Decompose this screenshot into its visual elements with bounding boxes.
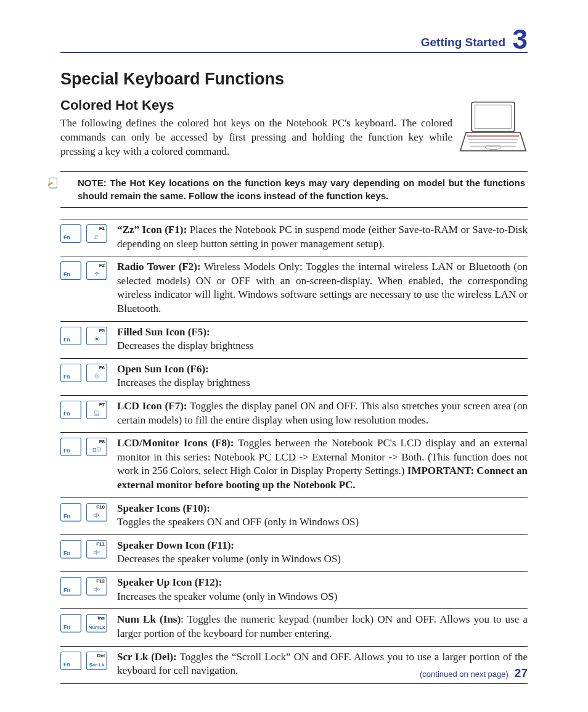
key-combo: F8 [60, 436, 117, 456]
hotkey-description: Num Lk (Ins): Toggles the numeric keypad… [117, 613, 528, 640]
fn-key-icon [60, 261, 81, 280]
svg-point-18 [96, 375, 98, 377]
svg-point-6 [485, 145, 501, 150]
svg-rect-27 [95, 411, 99, 414]
hotkey-table: F1Z²“Zz” Icon (F1): Places the Notebook … [60, 219, 528, 684]
hotkey-description: Open Sun Icon (F6):Increases the display… [117, 362, 528, 390]
function-key-icon: F6 [86, 364, 107, 382]
svg-line-17 [95, 340, 96, 341]
hotkey-description: Speaker Up Icon (F12):Increases the spea… [117, 576, 528, 604]
laptop-illustration-icon [459, 100, 528, 154]
svg-line-26 [95, 377, 96, 378]
function-key-icon: F10 [86, 503, 107, 522]
key-combo: F10 [60, 502, 117, 522]
fn-key-icon [60, 614, 81, 632]
fn-key-icon [60, 577, 81, 595]
page-footer: (continued on next page) 27 [420, 667, 528, 679]
fn-key-icon [60, 438, 81, 456]
page-title: Special Keyboard Functions [60, 69, 528, 89]
hotkey-row: F11Speaker Down Icon (F11):Decreases the… [60, 535, 528, 572]
hotkey-description: Speaker Down Icon (F11):Decreases the sp… [117, 539, 528, 567]
function-key-icon: F2 [86, 261, 107, 280]
fn-key-icon [60, 364, 81, 382]
svg-line-23 [95, 374, 96, 374]
svg-rect-0 [472, 102, 515, 132]
key-combo: F2 [60, 260, 117, 280]
svg-text:Z²: Z² [94, 235, 99, 239]
function-key-icon: F1Z² [86, 224, 107, 243]
function-key-icon: InsNumLk [86, 614, 107, 632]
hotkey-description: Speaker Icons (F10):Toggles the speakers… [117, 502, 528, 530]
svg-line-24 [98, 377, 99, 378]
function-key-icon: F7 [86, 401, 107, 419]
hotkey-description: LCD Icon (F7): Toggles the display panel… [117, 399, 528, 427]
function-key-icon: F12 [86, 577, 107, 595]
hotkey-row: F6Open Sun Icon (F6):Increases the displ… [60, 359, 528, 396]
hotkey-row: F7LCD Icon (F7): Toggles the display pan… [60, 396, 528, 433]
hotkey-row: F12Speaker Up Icon (F12):Increases the s… [60, 572, 528, 609]
page-number: 27 [515, 667, 528, 679]
function-key-icon: F5 [86, 327, 107, 345]
function-key-icon: F11 [86, 540, 107, 559]
hotkey-description: Radio Tower (F2): Wireless Models Only: … [117, 260, 528, 316]
key-combo: F7 [60, 399, 117, 419]
svg-line-14 [95, 337, 96, 337]
continued-label: (continued on next page) [420, 670, 508, 678]
note-icon [48, 177, 59, 190]
hotkey-row: F8LCD/Monitor Icons (F8): Toggles betwee… [60, 433, 528, 497]
svg-rect-1 [475, 105, 512, 129]
svg-line-16 [98, 337, 99, 337]
hotkey-row: F2Radio Tower (F2): Wireless Models Only… [60, 256, 528, 321]
svg-rect-29 [93, 449, 96, 451]
key-combo: F11 [60, 539, 117, 559]
hotkey-row: InsNumLkNum Lk (Ins): Toggles the numeri… [60, 609, 528, 646]
note-text: NOTE: The Hot Key locations on the funct… [78, 178, 525, 200]
key-combo: InsNumLk [60, 613, 117, 632]
svg-line-25 [98, 374, 99, 374]
intro-block: Colored Hot Keys The following defines t… [60, 97, 528, 159]
page-header: Getting Started 3 [60, 25, 528, 53]
key-combo: F5 [60, 325, 117, 345]
svg-point-9 [96, 338, 98, 340]
function-key-icon: DelScr Lk [86, 652, 107, 670]
hotkey-description: “Zz” Icon (F1): Places the Notebook PC i… [117, 223, 528, 251]
note-box: NOTE: The Hot Key locations on the funct… [60, 171, 528, 208]
hotkey-description: LCD/Monitor Icons (F8): Toggles between … [117, 436, 528, 492]
fn-key-icon [60, 503, 81, 522]
key-combo: F12 [60, 576, 117, 595]
hotkey-row: F10Speaker Icons (F10):Toggles the speak… [60, 498, 528, 535]
section-name: Getting Started [421, 36, 505, 48]
key-combo: DelScr Lk [60, 650, 117, 670]
fn-key-icon [60, 540, 81, 559]
sub-title: Colored Hot Keys [60, 97, 528, 113]
key-combo: F1Z² [60, 223, 117, 243]
chapter-number: 3 [513, 26, 528, 53]
manual-page: Getting Started 3 Special Keyboard Funct… [0, 0, 588, 712]
fn-key-icon [60, 652, 81, 670]
intro-text: The following defines the colored hot ke… [60, 117, 452, 157]
hotkey-row: F5Filled Sun Icon (F5):Decreases the dis… [60, 322, 528, 359]
key-combo: F6 [60, 362, 117, 382]
hotkey-description: Filled Sun Icon (F5):Decreases the displ… [117, 325, 528, 353]
svg-rect-30 [97, 448, 100, 451]
fn-key-icon [60, 401, 81, 419]
function-key-icon: F8 [86, 438, 107, 456]
fn-key-icon [60, 224, 81, 243]
fn-key-icon [60, 327, 81, 345]
svg-line-15 [98, 340, 99, 341]
hotkey-row: F1Z²“Zz” Icon (F1): Places the Notebook … [60, 219, 528, 256]
